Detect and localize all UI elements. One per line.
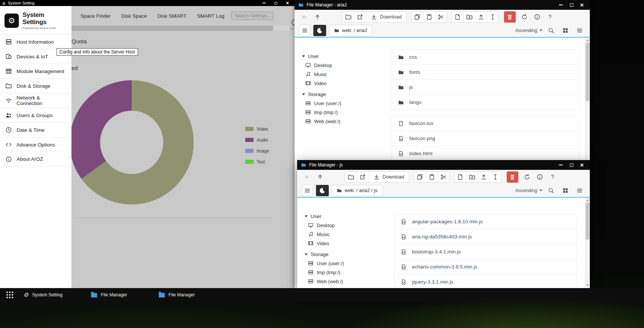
- taskbar-item[interactable]: File Manager: [154, 288, 222, 302]
- dark-mode-button[interactable]: [313, 25, 326, 36]
- minimize-button[interactable]: [558, 2, 564, 8]
- file-row[interactable]: fonts: [392, 64, 580, 80]
- settings-tab[interactable]: Disk SMART: [152, 13, 192, 19]
- download-button[interactable]: Download: [366, 12, 406, 22]
- open-folder-button[interactable]: [345, 172, 357, 182]
- new-file-button[interactable]: [452, 12, 463, 22]
- new-folder-button[interactable]: [466, 172, 478, 182]
- settings-tab[interactable]: Space Finder: [75, 13, 116, 19]
- list-view-button[interactable]: [574, 25, 585, 36]
- minimize-button[interactable]: [261, 0, 267, 6]
- new-folder-button[interactable]: [463, 12, 475, 22]
- grid-view-button[interactable]: [560, 25, 571, 36]
- new-file-button[interactable]: [454, 172, 466, 182]
- minimize-button[interactable]: [558, 162, 564, 168]
- horizontal-scrollbar[interactable]: [71, 26, 295, 31]
- open-external-button[interactable]: [354, 12, 366, 22]
- tree-item[interactable]: tmp (tmp:/): [302, 108, 389, 117]
- help-button[interactable]: [544, 11, 556, 22]
- back-button[interactable]: [299, 11, 310, 22]
- tree-item[interactable]: User: [305, 212, 391, 221]
- sort-order-select[interactable]: Ascending: [515, 28, 542, 33]
- tree-item[interactable]: tmp (tmp:/): [305, 268, 391, 277]
- menu-button[interactable]: [302, 185, 313, 196]
- copy-button[interactable]: [414, 172, 426, 182]
- vertical-scrollbar[interactable]: [585, 198, 590, 287]
- back-button[interactable]: [302, 171, 313, 182]
- cut-button[interactable]: [437, 172, 449, 182]
- close-button[interactable]: [579, 2, 585, 8]
- file-row[interactable]: favicon.png: [392, 131, 580, 146]
- tree-item[interactable]: Desktop: [302, 61, 389, 70]
- copy-button[interactable]: [412, 12, 423, 22]
- tree-item[interactable]: Web (web:/): [302, 117, 389, 126]
- delete-button[interactable]: [504, 11, 516, 23]
- fm-title-bar[interactable]: File Manager - aria2: [295, 0, 590, 10]
- file-row[interactable]: aria-ng-da5356c403.min.js: [394, 229, 577, 244]
- taskbar-item[interactable]: System Setting: [19, 288, 87, 302]
- tree-item[interactable]: User (user:/): [305, 259, 391, 268]
- file-row[interactable]: angular-packages-1.6.10.min.js: [394, 214, 577, 229]
- tree-item[interactable]: Video: [305, 239, 391, 248]
- open-folder-button[interactable]: [342, 12, 354, 22]
- menu-button[interactable]: [299, 25, 310, 36]
- file-row[interactable]: echarts-common-3.8.5.min.js: [394, 259, 577, 275]
- cut-button[interactable]: [435, 12, 447, 22]
- scroll-up-arrow[interactable]: [585, 198, 590, 202]
- download-button[interactable]: Download: [368, 172, 409, 182]
- upload-button[interactable]: [478, 172, 489, 182]
- grid-view-button[interactable]: [560, 185, 571, 196]
- paste-button[interactable]: [426, 172, 437, 182]
- close-button[interactable]: [285, 0, 290, 6]
- scrollbar-thumb[interactable]: [586, 43, 589, 101]
- delete-button[interactable]: [507, 171, 518, 183]
- sidebar-item[interactable]: Network & Connection: [0, 93, 71, 108]
- file-row[interactable]: jquery-3.3.1.min.js: [394, 274, 577, 288]
- taskbar-item[interactable]: File Manager: [87, 288, 154, 302]
- sidebar-item[interactable]: Users & Groups: [0, 108, 71, 122]
- up-button[interactable]: [314, 171, 326, 182]
- scrollbar-thumb[interactable]: [586, 203, 589, 240]
- settings-tab[interactable]: SMART Log: [192, 13, 230, 19]
- paste-button[interactable]: [423, 12, 435, 22]
- sidebar-item[interactable]: Advance Options: [0, 137, 71, 152]
- app-drawer-button[interactable]: [3, 289, 17, 301]
- file-row[interactable]: bootstrap-3.4.1.min.js: [394, 244, 577, 259]
- file-row[interactable]: favicon.ico: [392, 116, 580, 131]
- scroll-down-arrow[interactable]: [585, 283, 590, 287]
- file-row[interactable]: index.html: [392, 146, 580, 161]
- file-row[interactable]: js: [392, 79, 580, 95]
- open-external-button[interactable]: [357, 172, 368, 182]
- sidebar-item[interactable]: Date & Time: [0, 122, 71, 137]
- refresh-button[interactable]: [521, 171, 533, 182]
- maximize-button[interactable]: [569, 2, 574, 8]
- scrollbar-thumb[interactable]: [71, 26, 273, 31]
- dark-mode-button[interactable]: [316, 185, 329, 196]
- help-button[interactable]: [547, 171, 558, 182]
- tree-item[interactable]: Storage: [302, 90, 389, 99]
- settings-search-input[interactable]: [231, 12, 273, 20]
- tree-item[interactable]: Storage: [305, 250, 391, 259]
- search-button[interactable]: [545, 25, 557, 36]
- maximize-button[interactable]: [273, 0, 278, 6]
- breadcrumb[interactable]: web: / aria2: [329, 25, 372, 36]
- rename-button[interactable]: [489, 172, 501, 182]
- up-button[interactable]: [312, 11, 323, 22]
- tree-item[interactable]: User: [302, 52, 389, 61]
- list-view-button[interactable]: [574, 185, 585, 196]
- refresh-button[interactable]: [519, 11, 530, 22]
- tree-item[interactable]: Music: [305, 230, 391, 239]
- sort-order-select[interactable]: Ascending: [515, 188, 542, 193]
- tree-item[interactable]: Video: [302, 79, 389, 88]
- tree-item[interactable]: Web (web:/): [305, 277, 391, 286]
- tree-item[interactable]: Desktop: [305, 221, 391, 230]
- maximize-button[interactable]: [569, 162, 574, 168]
- search-button[interactable]: [545, 185, 557, 196]
- scroll-right-arrow[interactable]: [289, 26, 295, 31]
- fm-title-bar[interactable]: File Manager - js: [297, 160, 590, 170]
- sidebar-item[interactable]: Host Information: [0, 34, 71, 49]
- sidebar-item[interactable]: Disk & Storage: [0, 78, 71, 93]
- scroll-up-arrow[interactable]: [585, 38, 590, 42]
- sidebar-item[interactable]: Module Management: [0, 64, 71, 78]
- info-button[interactable]: [534, 171, 545, 182]
